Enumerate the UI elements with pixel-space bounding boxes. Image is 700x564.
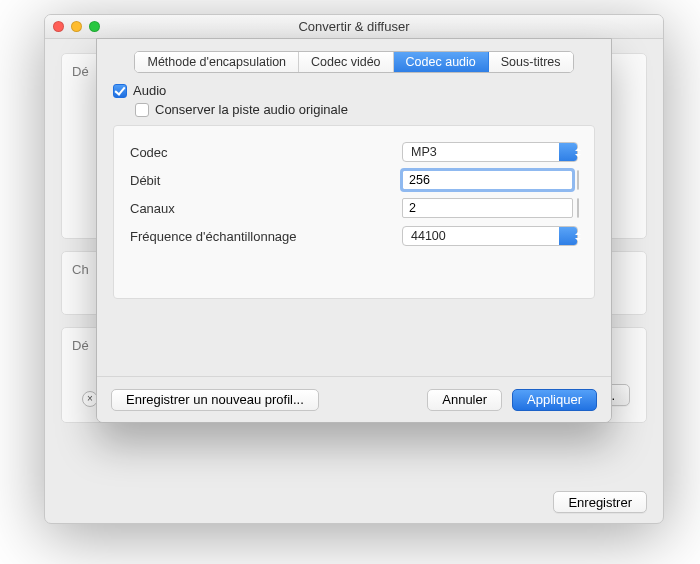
- channels-stepper[interactable]: [577, 198, 579, 218]
- bitrate-label: Débit: [130, 173, 402, 188]
- codec-select[interactable]: MP3: [402, 142, 578, 162]
- tab-audio-codec[interactable]: Codec audio: [394, 52, 489, 72]
- window-close-button[interactable]: [53, 21, 64, 32]
- traffic-lights: [53, 21, 100, 32]
- samplerate-label: Fréquence d'échantillonnage: [130, 229, 402, 244]
- keep-original-checkbox-label: Conserver la piste audio originale: [155, 102, 348, 117]
- codec-label: Codec: [130, 145, 402, 160]
- form-panel: Codec MP3 Débit: [113, 125, 595, 299]
- samplerate-select[interactable]: 44100: [402, 226, 578, 246]
- tab-bar: Méthode d'encapsulation Codec vidéo Code…: [134, 51, 573, 73]
- tab-encapsulation[interactable]: Méthode d'encapsulation: [135, 52, 299, 72]
- apply-button[interactable]: Appliquer: [512, 389, 597, 411]
- codec-select-value: MP3: [411, 145, 437, 159]
- audio-checkbox[interactable]: [113, 84, 127, 98]
- sheet-footer: Enregistrer un nouveau profil... Annuler…: [97, 376, 611, 422]
- tab-subtitles[interactable]: Sous-titres: [489, 52, 573, 72]
- audio-checkbox-label: Audio: [133, 83, 166, 98]
- bitrate-input[interactable]: [402, 170, 573, 190]
- keep-original-checkbox-row[interactable]: Conserver la piste audio originale: [135, 102, 595, 117]
- channels-label: Canaux: [130, 201, 402, 216]
- tab-video-codec[interactable]: Codec vidéo: [299, 52, 394, 72]
- keep-original-checkbox[interactable]: [135, 103, 149, 117]
- profile-sheet: Méthode d'encapsulation Codec vidéo Code…: [96, 38, 612, 423]
- sheet-body: Audio Conserver la piste audio originale…: [97, 73, 611, 299]
- parent-footer: Enregistrer: [553, 491, 647, 513]
- bitrate-stepper[interactable]: [577, 170, 579, 190]
- titlebar: Convertir & diffuser: [45, 15, 663, 39]
- window-zoom-button[interactable]: [89, 21, 100, 32]
- cancel-button[interactable]: Annuler: [427, 389, 502, 411]
- channels-input[interactable]: [402, 198, 573, 218]
- panel-top-label: Dé: [72, 64, 89, 79]
- window-minimize-button[interactable]: [71, 21, 82, 32]
- window-title: Convertir & diffuser: [45, 19, 663, 34]
- samplerate-select-value: 44100: [411, 229, 446, 243]
- panel-bottom-label: Dé: [72, 338, 89, 353]
- audio-checkbox-row[interactable]: Audio: [113, 83, 595, 98]
- save-profile-button[interactable]: Enregistrer un nouveau profil...: [111, 389, 319, 411]
- save-button[interactable]: Enregistrer: [553, 491, 647, 513]
- panel-middle-label: Ch: [72, 262, 89, 277]
